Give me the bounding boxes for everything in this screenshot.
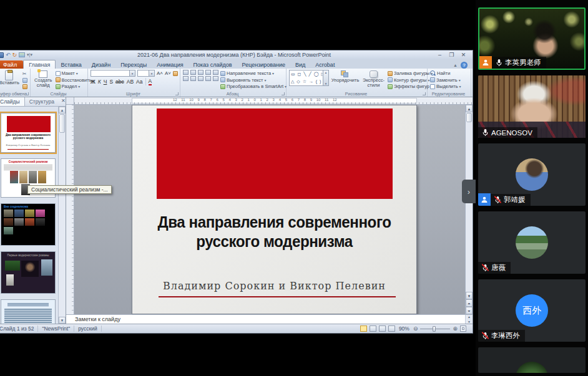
notes-pane[interactable]: Заметки к слайду ▲▼ (66, 314, 473, 324)
collapse-video-panel-handle[interactable]: › (462, 180, 476, 203)
minimize-button[interactable]: – (434, 52, 445, 58)
slide-red-rectangle[interactable] (157, 108, 393, 199)
fit-to-window-icon[interactable] (460, 325, 466, 332)
section-button[interactable]: Раздел▾ (56, 84, 92, 89)
scrollbar-thumb[interactable] (466, 113, 472, 122)
minimize-ribbon-icon[interactable]: ▲ (453, 63, 458, 67)
previous-slide-icon[interactable]: ⏶ (466, 299, 473, 307)
replace-button[interactable]: Заменить▾ (430, 77, 461, 83)
align-center-icon[interactable] (190, 76, 196, 81)
strikethrough-button[interactable]: abc (115, 79, 124, 85)
font-color-button[interactable]: А (149, 78, 152, 85)
quick-styles-button[interactable]: Экспресс-стили (361, 70, 386, 90)
theme-name[interactable]: "NewsPrint" (38, 325, 74, 332)
scroll-down-icon[interactable]: ▼ (466, 292, 473, 299)
tab-view[interactable]: Вид (290, 60, 310, 69)
align-right-icon[interactable] (198, 76, 203, 81)
bullets-icon[interactable] (183, 70, 189, 75)
copy-icon[interactable] (22, 78, 27, 83)
format-painter-icon[interactable] (22, 84, 27, 89)
shape-effects-button[interactable]: Эффекты фигур▾ (388, 84, 433, 89)
underline-button[interactable]: Ч (104, 79, 107, 85)
tab-slides-thumbnails[interactable]: Слайды (0, 97, 25, 106)
paste-button[interactable]: Вставить (0, 70, 21, 90)
video-tile-2[interactable]: AGENOSOV (478, 75, 586, 138)
reset-button[interactable]: Восстановить (56, 77, 92, 83)
numbering-icon[interactable] (190, 70, 196, 75)
slide-sorter-view-icon[interactable] (370, 325, 376, 332)
font-name-select[interactable]: ▾ (91, 70, 135, 77)
tab-home[interactable]: Главная (23, 60, 56, 69)
reading-view-icon[interactable] (379, 325, 386, 332)
tab-design[interactable]: Дизайн (87, 60, 115, 69)
drawing-dialog-launcher[interactable] (423, 92, 426, 95)
zoom-level[interactable]: 90% (398, 325, 411, 332)
find-button[interactable]: Найти (430, 70, 461, 76)
align-left-icon[interactable] (183, 76, 189, 81)
next-slide-icon[interactable]: ⏷ (466, 307, 473, 314)
slide-editing-area[interactable]: Два направления современного русского мо… (74, 105, 465, 314)
notes-scrollbar[interactable]: ▲▼ (465, 315, 473, 324)
slide-canvas[interactable]: Два направления современного русского мо… (132, 105, 417, 314)
italic-button[interactable]: К (98, 79, 101, 85)
convert-smartart-button[interactable]: Преобразовать в SmartArt▾ (220, 84, 287, 89)
change-case-button[interactable]: Aa (136, 79, 142, 85)
slide-thumbnail-4[interactable]: Первые модернистские романы (1, 251, 56, 294)
video-tile-5[interactable]: 西外 李琳西外 (478, 279, 586, 342)
clipboard-dialog-launcher[interactable] (26, 92, 29, 95)
scroll-up-icon[interactable]: ▲ (466, 105, 473, 112)
arrange-button[interactable]: Упорядочить (331, 70, 360, 90)
video-tile-6[interactable] (478, 347, 586, 373)
close-button[interactable]: ✕ (458, 52, 469, 58)
notes-placeholder[interactable]: Заметки к слайду (66, 316, 465, 322)
grow-font-icon[interactable]: A˄ (157, 70, 163, 76)
shapes-gallery[interactable]: ▭ ◻ ╲ ╱ ◯ ▷ △ ◇ ☆ → ( ) ▴▾ (289, 70, 329, 86)
tab-review[interactable]: Рецензирование (237, 60, 291, 69)
paragraph-dialog-launcher[interactable] (282, 92, 285, 95)
zoom-out-icon[interactable]: ⊖ (413, 325, 418, 332)
shadow-button[interactable]: S (109, 79, 113, 85)
shape-fill-button[interactable]: Заливка фигуры▾ (388, 70, 433, 76)
tab-transitions[interactable]: Переходы (115, 60, 152, 69)
new-slide-button[interactable]: Создать слайд (33, 70, 54, 90)
vertical-scrollbar[interactable]: ▲ ▼ ⏶ ⏷ (465, 105, 473, 314)
slideshow-view-icon[interactable] (388, 325, 395, 332)
character-spacing-button[interactable]: АВ (127, 79, 134, 85)
tab-file[interactable]: Файл (0, 60, 23, 69)
tab-insert[interactable]: Вставка (56, 60, 86, 69)
normal-view-icon[interactable] (360, 325, 367, 332)
help-icon[interactable]: ? (461, 62, 468, 69)
slide-thumbnail-3[interactable]: Вне соцреализма (1, 203, 56, 246)
shapes-gallery-scrollbar[interactable]: ▴▾ (323, 70, 328, 85)
panel-scroll-down-icon[interactable]: ▼ (59, 317, 66, 324)
font-size-select[interactable]: ▾ (137, 70, 155, 77)
tab-acrobat[interactable]: Acrobat (310, 60, 340, 69)
decrease-indent-icon[interactable] (198, 70, 203, 75)
text-direction-button[interactable]: Направление текста▾ (220, 70, 287, 76)
shrink-font-icon[interactable]: A˅ (165, 70, 171, 76)
tab-outline[interactable]: Структура (25, 97, 59, 106)
justify-icon[interactable] (205, 76, 211, 81)
slide-title[interactable]: Два направления современного русского мо… (148, 213, 401, 251)
zoom-slider[interactable] (420, 325, 450, 332)
line-spacing-icon[interactable] (213, 70, 218, 75)
layout-button[interactable]: Макет▾ (56, 70, 92, 76)
bold-button[interactable]: Ж (91, 79, 96, 85)
increase-indent-icon[interactable] (205, 70, 211, 75)
select-button[interactable]: Выделить▾ (430, 84, 461, 89)
clear-formatting-icon[interactable] (173, 71, 178, 76)
columns-icon[interactable] (213, 76, 218, 81)
cut-icon[interactable]: ✂ (22, 71, 27, 77)
video-tile-4[interactable]: 唐薇 (478, 211, 586, 274)
tab-slideshow[interactable]: Показ слайдов (189, 60, 237, 69)
zoom-in-icon[interactable]: ⊕ (453, 325, 458, 332)
slide-subtitle[interactable]: Владимир Сорокин и Виктор Пелевин (132, 280, 416, 292)
shape-outline-button[interactable]: Контур фигуры▾ (388, 77, 433, 83)
font-dialog-launcher[interactable] (175, 92, 179, 95)
video-tile-3[interactable]: 郭靖媛 (478, 143, 586, 206)
slides-panel-scrollbar[interactable]: ▲ ▼ (58, 107, 66, 324)
language-indicator[interactable]: русский (74, 325, 102, 332)
video-tile-1[interactable]: 李英男老师 (478, 7, 586, 70)
slide-thumbnail-1[interactable]: Два направления современного русского мо… (1, 113, 56, 153)
panel-scroll-up-icon[interactable]: ▲ (59, 107, 66, 113)
